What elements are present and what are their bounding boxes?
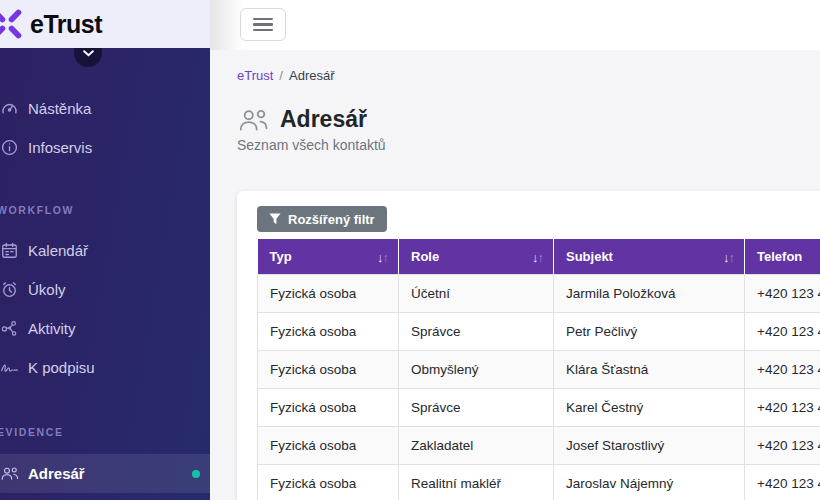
cell-telefon: +420 123 45	[745, 427, 820, 465]
sidebar-section-evidence: EVIDENCE	[0, 426, 210, 438]
gauge-icon	[0, 99, 19, 118]
cell-subjekt: Jaroslav Nájemný	[554, 465, 745, 500]
main-area: eTrust/Adresář Adresář Seznam všech kont…	[210, 0, 820, 500]
sort-icon: ↓↑	[532, 249, 543, 264]
column-header-telefon[interactable]: Telefon	[745, 239, 820, 275]
page-subtitle: Seznam všech kontaktů	[237, 137, 820, 153]
cell-telefon: +420 123 45	[745, 389, 820, 427]
cell-telefon: +420 123 45	[745, 313, 820, 351]
calendar-icon	[0, 241, 19, 260]
alarm-clock-icon	[0, 280, 19, 299]
sidebar-section-workflow: WORKFLOW	[0, 204, 210, 216]
etrust-logo-icon	[0, 8, 23, 40]
sidebar-item-label: Nástěnka	[28, 100, 91, 117]
cell-role: Účetní	[399, 275, 554, 313]
topbar	[210, 0, 820, 50]
table-row[interactable]: Fyzická osoba Správce Karel Čestný +420 …	[258, 389, 820, 427]
active-indicator-dot	[192, 470, 200, 478]
cell-role: Realitní makléř	[399, 465, 554, 500]
sidebar-item-label: Aktivity	[28, 320, 76, 337]
sidebar-item-label: K podpisu	[28, 359, 95, 376]
people-icon	[0, 464, 19, 483]
cell-typ: Fyzická osoba	[258, 275, 399, 313]
sidebar-toggle-button[interactable]	[240, 8, 286, 41]
cell-telefon: +420 123 45	[745, 465, 820, 500]
info-icon	[0, 138, 19, 157]
breadcrumb-separator: /	[279, 68, 283, 83]
activity-network-icon	[0, 319, 19, 338]
sidebar-item-label: Kalendář	[28, 242, 88, 259]
sidebar-item-ukoly[interactable]: Úkoly	[0, 270, 210, 309]
sidebar-item-kalendar[interactable]: Kalendář	[0, 231, 210, 270]
sidebar-item-label: Infoservis	[28, 139, 92, 156]
sidebar-item-label: Adresář	[28, 465, 85, 482]
cell-subjekt: Petr Pečlivý	[554, 313, 745, 351]
sidebar: eTrust Nástěnka Infoservis WORKFLOW Kale…	[0, 0, 210, 500]
logo-band: eTrust	[0, 0, 210, 48]
table-row[interactable]: Fyzická osoba Obmyšlený Klára Šťastná +4…	[258, 351, 820, 389]
sidebar-item-adresar[interactable]: Adresář	[0, 454, 210, 493]
sidebar-item-nastenka[interactable]: Nástěnka	[0, 89, 210, 128]
sidebar-item-label: Úkoly	[28, 281, 66, 298]
column-header-typ[interactable]: Typ↓↑	[258, 239, 399, 275]
cell-typ: Fyzická osoba	[258, 351, 399, 389]
cell-role: Správce	[399, 389, 554, 427]
funnel-icon	[269, 213, 281, 225]
cell-typ: Fyzická osoba	[258, 427, 399, 465]
cell-role: Obmyšlený	[399, 351, 554, 389]
advanced-filter-button[interactable]: Rozšířený filtr	[257, 206, 387, 232]
cell-subjekt: Klára Šťastná	[554, 351, 745, 389]
cell-typ: Fyzická osoba	[258, 389, 399, 427]
cell-role: Správce	[399, 313, 554, 351]
sidebar-item-k-podpisu[interactable]: K podpisu	[0, 348, 210, 387]
people-icon	[237, 108, 269, 132]
logo-text: eTrust	[30, 10, 102, 39]
cell-subjekt: Josef Starostlivý	[554, 427, 745, 465]
hamburger-icon	[253, 18, 273, 21]
cell-telefon: +420 123 45	[745, 275, 820, 313]
page-header: Adresář	[237, 106, 820, 133]
cell-typ: Fyzická osoba	[258, 313, 399, 351]
cell-subjekt: Karel Čestný	[554, 389, 745, 427]
page-content: eTrust/Adresář Adresář Seznam všech kont…	[210, 50, 820, 500]
sort-icon: ↓↑	[723, 249, 734, 264]
page-title: Adresář	[280, 106, 367, 133]
table-row[interactable]: Fyzická osoba Účetní Jarmila Položková +…	[258, 275, 820, 313]
sidebar-menu: Nástěnka Infoservis WORKFLOW Kalendář Úk…	[0, 48, 210, 493]
sidebar-item-aktivity[interactable]: Aktivity	[0, 309, 210, 348]
table-row[interactable]: Fyzická osoba Správce Petr Pečlivý +420 …	[258, 313, 820, 351]
cell-telefon: +420 123 45	[745, 351, 820, 389]
cell-typ: Fyzická osoba	[258, 465, 399, 500]
sidebar-item-infoservis[interactable]: Infoservis	[0, 128, 210, 167]
signature-icon	[0, 358, 19, 377]
breadcrumb: eTrust/Adresář	[237, 68, 820, 83]
breadcrumb-current: Adresář	[289, 68, 335, 83]
cell-role: Zakladatel	[399, 427, 554, 465]
contacts-table: Typ↓↑ Role↓↑ Subjekt↓↑ Telefon Fyzická o…	[257, 239, 820, 500]
breadcrumb-root-link[interactable]: eTrust	[237, 68, 273, 83]
contacts-card: Rozšířený filtr Typ↓↑ Role↓↑ Subjekt↓↑ T…	[237, 191, 820, 500]
cell-subjekt: Jarmila Položková	[554, 275, 745, 313]
column-header-subjekt[interactable]: Subjekt↓↑	[554, 239, 745, 275]
table-row[interactable]: Fyzická osoba Zakladatel Josef Starostli…	[258, 427, 820, 465]
table-row[interactable]: Fyzická osoba Realitní makléř Jaroslav N…	[258, 465, 820, 500]
sort-icon: ↓↑	[377, 249, 388, 264]
column-header-role[interactable]: Role↓↑	[399, 239, 554, 275]
table-header-row: Typ↓↑ Role↓↑ Subjekt↓↑ Telefon	[258, 239, 820, 275]
